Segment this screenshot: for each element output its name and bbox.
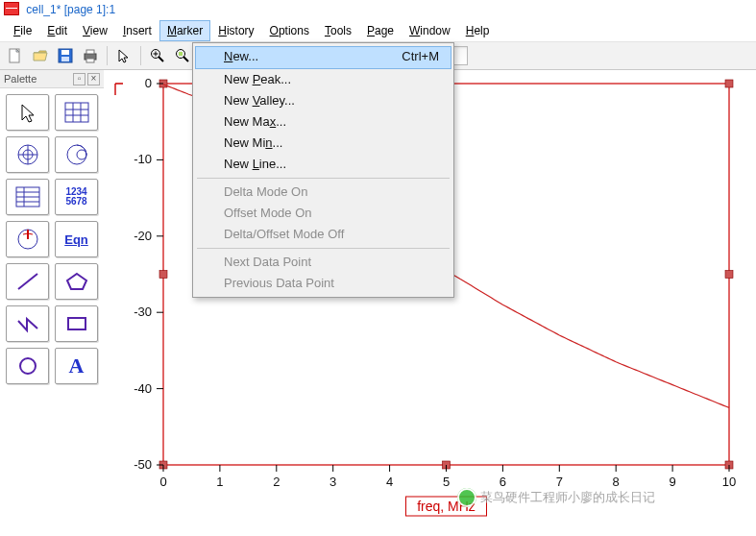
palette-numbers[interactable]: 12345678	[55, 179, 98, 215]
svg-rect-3	[61, 57, 69, 61]
menu-separator	[197, 248, 450, 249]
pointer-tool-button[interactable]	[112, 44, 135, 67]
open-button[interactable]	[29, 44, 52, 67]
svg-text:3: 3	[329, 475, 336, 489]
menu-item-new-max[interactable]: New Max...	[195, 111, 451, 133]
app-icon	[4, 2, 19, 15]
menu-item-new-min[interactable]: New Min...	[195, 133, 451, 154]
svg-point-44	[20, 358, 36, 374]
menu-help[interactable]: Help	[458, 20, 498, 41]
palette-text[interactable]: A	[55, 348, 98, 384]
svg-text:-30: -30	[134, 305, 152, 319]
svg-rect-43	[68, 318, 85, 329]
palette-grid: 12345678 Eqn A	[0, 88, 104, 390]
svg-text:1: 1	[216, 475, 223, 489]
menu-item-new[interactable]: New...Ctrl+M	[195, 46, 451, 69]
window-title-bar: cell_1* [page 1]:1	[0, 0, 756, 20]
svg-marker-42	[67, 274, 86, 289]
menu-file[interactable]: File	[6, 20, 39, 41]
svg-text:0: 0	[159, 475, 166, 489]
palette-rect[interactable]	[55, 305, 98, 342]
menu-item-new-line[interactable]: New Line...	[195, 154, 451, 175]
menu-history[interactable]: History	[210, 20, 261, 41]
svg-text:8: 8	[613, 475, 620, 489]
menu-item-new-peak[interactable]: New Peak...	[195, 69, 451, 90]
svg-point-33	[77, 150, 86, 159]
menu-item-next-data-point: Next Data Point	[195, 252, 451, 273]
new-button[interactable]	[4, 44, 27, 67]
svg-text:7: 7	[556, 475, 563, 489]
svg-text:4: 4	[386, 475, 393, 489]
palette-list[interactable]	[6, 179, 49, 215]
svg-text:-10: -10	[134, 152, 152, 166]
menu-view[interactable]: View	[75, 20, 115, 41]
svg-text:9: 9	[669, 475, 675, 489]
svg-line-12	[183, 57, 188, 61]
palette-grid-plot[interactable]	[55, 94, 98, 131]
save-button[interactable]	[54, 44, 77, 67]
menu-item-previous-data-point: Previous Data Point	[195, 273, 451, 294]
menu-item-offset-mode-on: Offset Mode On	[195, 203, 451, 224]
svg-rect-13	[179, 52, 183, 56]
svg-text:10: 10	[722, 475, 736, 489]
palette-close-icon[interactable]: ×	[87, 73, 100, 85]
svg-text:-40: -40	[134, 381, 152, 396]
menu-marker[interactable]: Marker	[159, 20, 210, 41]
svg-text:2: 2	[273, 475, 280, 489]
palette-pointer[interactable]	[6, 94, 49, 131]
svg-text:6: 6	[500, 475, 506, 489]
menu-window[interactable]: Window	[402, 20, 458, 41]
svg-rect-47	[725, 80, 733, 87]
menu-item-delta-offset-mode-off: Delta/Offset Mode Off	[195, 224, 451, 245]
palette-panel: Palette ▫ × 12345678 Eqn A	[0, 70, 104, 536]
palette-line[interactable]	[6, 263, 49, 300]
palette-circle[interactable]	[6, 348, 49, 384]
menu-edit[interactable]: Edit	[39, 20, 75, 41]
palette-antenna[interactable]	[6, 221, 49, 257]
palette-eqn[interactable]: Eqn	[55, 221, 98, 257]
svg-text:0: 0	[145, 76, 152, 90]
palette-title: Palette	[4, 70, 37, 87]
menu-options[interactable]: Options	[262, 20, 317, 41]
window-title: cell_1* [page 1]:1	[26, 3, 115, 16]
svg-line-8	[159, 57, 163, 61]
svg-line-41	[18, 274, 37, 289]
palette-polar[interactable]	[6, 136, 49, 173]
svg-rect-2	[61, 50, 69, 55]
svg-text:freq, MHz: freq, MHz	[417, 499, 476, 514]
palette-polyline[interactable]	[6, 305, 49, 342]
svg-rect-23	[65, 103, 88, 122]
menu-insert[interactable]: Insert	[115, 20, 159, 41]
svg-rect-5	[86, 50, 94, 54]
zoom-in-button[interactable]	[146, 44, 169, 67]
svg-text:-20: -20	[134, 229, 152, 243]
print-button[interactable]	[79, 44, 102, 67]
menu-page[interactable]: Page	[359, 20, 402, 41]
menu-bar: FileEditViewInsertMarkerHistoryOptionsTo…	[0, 20, 756, 41]
menu-item-delta-mode-on: Delta Mode On	[195, 182, 451, 203]
zoom-point-button[interactable]	[171, 44, 194, 67]
menu-separator	[197, 178, 450, 179]
marker-menu: New...Ctrl+MNew Peak...New Valley...New …	[192, 42, 454, 298]
toolbar-separator	[140, 46, 141, 65]
svg-text:5: 5	[443, 475, 450, 489]
menu-item-new-valley[interactable]: New Valley...	[195, 90, 451, 111]
menu-tools[interactable]: Tools	[317, 20, 359, 41]
svg-rect-52	[159, 271, 167, 279]
svg-rect-6	[86, 59, 94, 62]
svg-text:-50: -50	[134, 457, 152, 472]
palette-smith[interactable]	[55, 136, 98, 173]
svg-rect-53	[725, 271, 733, 279]
palette-polygon[interactable]	[55, 263, 98, 300]
palette-header[interactable]: Palette ▫ ×	[0, 70, 104, 88]
toolbar-separator	[107, 46, 108, 65]
palette-pin-icon[interactable]: ▫	[73, 73, 85, 85]
